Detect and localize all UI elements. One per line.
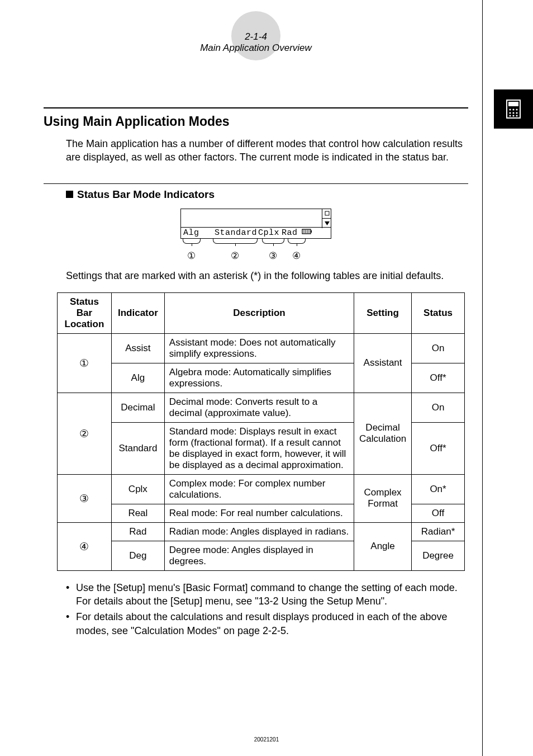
scrollbar (322, 209, 331, 228)
th-description: Description (164, 292, 354, 333)
cell-status: Degree (412, 541, 465, 570)
list-item: •For details about the calculations and … (66, 610, 468, 637)
table-header-row: Status Bar Location Indicator Descriptio… (58, 292, 465, 333)
status-seg-3: Cplx (258, 228, 282, 238)
callout-1: ① (187, 250, 196, 262)
cell-loc: ③ (58, 474, 112, 522)
status-seg-1: Alg (183, 228, 202, 238)
status-seg-4: Rad (282, 228, 301, 238)
cell-status: Off* (412, 422, 465, 474)
svg-point-6 (509, 112, 511, 114)
cell-indicator: Deg (111, 541, 164, 570)
th-location: Status Bar Location (58, 292, 112, 333)
cell-description: Decimal mode: Converts result to a decim… (164, 393, 354, 422)
svg-point-11 (516, 115, 517, 116)
cell-loc: ① (58, 333, 112, 393)
page-header: 2-1-4 Main Application Overview (44, 11, 468, 85)
status-seg-2: Standard (215, 228, 258, 238)
bullet-icon: • (66, 581, 76, 608)
cell-indicator: Standard (111, 422, 164, 474)
cell-status: Off (412, 504, 465, 522)
cell-indicator: Alg (111, 363, 164, 393)
page-ref: 2-1-4 (44, 31, 468, 42)
note-text: For details about the calculations and r… (76, 610, 468, 637)
svg-point-4 (512, 108, 514, 110)
cell-indicator: Real (111, 504, 164, 522)
cell-indicator: Cplx (111, 474, 164, 504)
cell-status: On (412, 393, 465, 422)
cell-indicator: Rad (111, 522, 164, 541)
scroll-up-icon (322, 209, 331, 219)
cell-indicator: Decimal (111, 393, 164, 422)
modes-table: Status Bar Location Indicator Descriptio… (57, 292, 465, 571)
svg-rect-2 (508, 102, 518, 106)
cell-status: Radian* (412, 522, 465, 541)
cell-description: Algebra mode: Automatically simplifies e… (164, 363, 354, 393)
subsection-title-text: Status Bar Mode Indicators (77, 188, 215, 200)
cell-loc: ④ (58, 522, 112, 570)
callout-2: ② (231, 250, 239, 262)
page-header-title: Main Application Overview (44, 42, 468, 54)
status-bar-strip: Alg Standard Cplx Rad (180, 228, 331, 239)
callout-3: ③ (269, 250, 277, 262)
section-title: Using Main Application Modes (44, 107, 468, 129)
cell-indicator: Assist (111, 333, 164, 363)
cell-loc: ② (58, 393, 112, 474)
square-bullet-icon (66, 191, 73, 198)
svg-marker-13 (325, 221, 330, 225)
callout-numbers: ① ② ③ ④ (180, 249, 331, 261)
brace-row (180, 239, 331, 249)
status-bar-figure: Alg Standard Cplx Rad ① ② ③ ④ (44, 209, 468, 261)
svg-rect-15 (311, 230, 312, 233)
callout-4: ④ (292, 250, 301, 262)
intro-paragraph: The Main application has a number of dif… (66, 137, 468, 164)
svg-point-9 (509, 115, 511, 116)
cell-setting: Complex Format (354, 474, 412, 522)
vertical-divider (482, 0, 483, 756)
cell-description: Radian mode: Angles displayed in radians… (164, 522, 354, 541)
th-status: Status (412, 292, 465, 333)
cell-description: Standard mode: Displays result in exact … (164, 422, 354, 474)
subsection-rule (44, 183, 468, 184)
cell-setting: Angle (354, 522, 412, 570)
svg-point-5 (516, 108, 517, 110)
battery-icon (301, 228, 313, 238)
cell-description: Complex mode: For complex number calcula… (164, 474, 354, 504)
calc-screen-area (180, 209, 331, 228)
subsection-title: Status Bar Mode Indicators (66, 188, 468, 201)
list-item: •Use the [Setup] menu's [Basic Format] c… (66, 581, 468, 608)
table-row: ② Decimal Decimal mode: Converts result … (58, 393, 465, 422)
brace-icon (183, 239, 201, 244)
brace-icon (262, 239, 284, 244)
bullet-icon: • (66, 610, 76, 637)
cell-status: Off* (412, 363, 465, 393)
th-setting: Setting (354, 292, 412, 333)
cell-description: Real mode: For real number calculations. (164, 504, 354, 522)
scroll-down-icon (322, 219, 331, 228)
cell-status: On* (412, 474, 465, 504)
svg-point-8 (516, 112, 517, 114)
side-tab (494, 89, 533, 129)
svg-rect-12 (325, 211, 329, 215)
brace-icon (288, 239, 306, 244)
page-content: 2-1-4 Main Application Overview Using Ma… (44, 11, 468, 640)
footer-code: 20021201 (0, 736, 533, 743)
cell-description: Assistant mode: Does not automatically s… (164, 333, 354, 363)
brace-icon (213, 239, 258, 244)
cell-status: On (412, 333, 465, 363)
table-row: ① Assist Assistant mode: Does not automa… (58, 333, 465, 363)
cell-setting: Decimal Calculation (354, 393, 412, 474)
cell-setting: Assistant (354, 333, 412, 393)
cell-description: Degree mode: Angles displayed in degrees… (164, 541, 354, 570)
defaults-caption: Settings that are marked with an asteris… (66, 269, 468, 282)
svg-point-10 (512, 115, 514, 116)
calculator-icon (505, 98, 522, 120)
table-row: ④ Rad Radian mode: Angles displayed in r… (58, 522, 465, 541)
notes-list: •Use the [Setup] menu's [Basic Format] c… (66, 581, 468, 637)
svg-point-7 (512, 112, 514, 114)
svg-point-3 (509, 108, 511, 110)
svg-rect-14 (302, 229, 311, 234)
table-row: ③ Cplx Complex mode: For complex number … (58, 474, 465, 504)
note-text: Use the [Setup] menu's [Basic Format] co… (76, 581, 468, 608)
th-indicator: Indicator (111, 292, 164, 333)
